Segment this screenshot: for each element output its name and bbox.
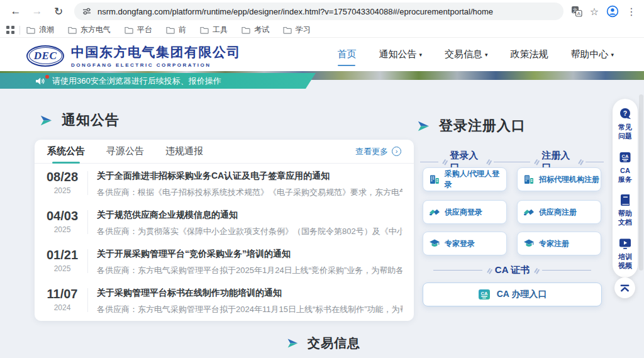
ca-apply-button[interactable]: CA CA 办理入口: [423, 282, 602, 306]
menu-icon[interactable]: ⋮: [626, 6, 636, 18]
divider: [442, 159, 446, 164]
news-row[interactable]: 11/07 2024 关于采购管理平台标书在线制作功能培训的通知 各供应商：东方…: [35, 281, 414, 320]
nav-help-center[interactable]: 帮助中心 ▾: [570, 48, 614, 60]
rail-item-faq[interactable]: ? 常见问题: [617, 107, 633, 141]
bookmark-folder[interactable]: 平台: [125, 25, 152, 35]
supplier-login-button[interactable]: 供应商登录: [423, 200, 507, 224]
tab-system-announcements[interactable]: 系统公告: [47, 140, 85, 164]
question-icon: ?: [618, 107, 632, 121]
page-scrollbar[interactable]: [639, 94, 643, 271]
apps-grid-icon[interactable]: [6, 26, 14, 34]
news-date: 01/21 2025: [42, 248, 82, 273]
news-date: 11/07 2024: [42, 287, 82, 312]
news-summary: 各供应商：根据《电子招标投标系统技术规范》《电子采购交易规范》要求，东方电气采购…: [97, 187, 402, 198]
bookmark-folder[interactable]: 工具: [200, 25, 228, 35]
rail-item-training-videos[interactable]: 培训视频: [617, 237, 633, 271]
bidding-agency-register-button[interactable]: 招标代理机构注册: [517, 167, 601, 191]
collapse-rail-button[interactable]: [614, 277, 635, 298]
nav-policies[interactable]: 政策法规: [510, 48, 548, 60]
divider: [578, 159, 582, 164]
book-icon: [618, 193, 632, 207]
ca-card-icon: CA: [618, 150, 632, 164]
nav-announcements[interactable]: 通知公告 ▾: [379, 48, 422, 60]
bookmark-folder[interactable]: 前: [166, 25, 186, 35]
dec-logo-oval: DEC: [26, 45, 64, 67]
bookmark-label: 前: [179, 25, 186, 35]
collapse-up-icon: [619, 282, 631, 294]
news-date-md: 11/07: [42, 287, 82, 301]
expert-register-button[interactable]: 专家注册: [517, 232, 601, 255]
browser-toolbar: ← → ↻ nsrm.dongfang.com/platform/runtime…: [0, 0, 644, 23]
quick-access-rail: ? 常见问题 CA CA服务 帮助文档 培训视频: [613, 99, 638, 277]
notice-new-dot: [45, 75, 49, 79]
news-date: 08/28 2025: [42, 170, 82, 195]
expert-login-button[interactable]: 专家登录: [423, 232, 507, 255]
bookmark-label: 浪潮: [39, 25, 54, 35]
svg-text:CA: CA: [622, 153, 629, 159]
graduation-cap-icon: [429, 238, 440, 249]
rail-item-ca-service[interactable]: CA CA服务: [617, 150, 633, 184]
news-date-md: 04/03: [42, 209, 82, 223]
divider: [19, 26, 20, 35]
graduation-cap-icon: [523, 238, 535, 249]
news-title[interactable]: 关于规范供应商企业规模信息的通知: [97, 210, 402, 221]
news-row[interactable]: 01/21 2025 关于开展采购管理平台“竞价采购业务”培训的通知 各供应商：…: [35, 242, 414, 281]
dec-logo-text: DEC: [34, 50, 57, 62]
nav-label: 帮助中心: [570, 48, 608, 60]
company-logo[interactable]: DEC 中国东方电气集团有限公司 DONGFANG ELECTRIC CORPO…: [26, 43, 241, 68]
bookmark-label: 东方电气: [80, 25, 111, 35]
reload-button[interactable]: ↻: [50, 3, 67, 20]
url-text[interactable]: nsrm.dongfang.com/platform/runtime/epp/d…: [97, 7, 493, 16]
news-row[interactable]: 08/28 2025 关于全面推进非招标采购业务CA认证及电子签章应用的通知 各…: [35, 164, 414, 203]
nav-label: 通知公告: [379, 48, 416, 60]
ca-badge-icon: CA: [478, 288, 491, 301]
profile-avatar[interactable]: [606, 5, 619, 18]
button-label: 供应商注册: [539, 207, 577, 218]
bookmark-folder[interactable]: 浪潮: [26, 25, 54, 35]
bookmark-folder[interactable]: 学习: [283, 25, 311, 35]
divider: [494, 162, 512, 162]
bookmark-star-icon[interactable]: ☆: [590, 6, 599, 18]
supplier-register-button[interactable]: 供应商注册: [517, 200, 601, 224]
back-button[interactable]: ←: [8, 3, 24, 20]
tab-violation-notices[interactable]: 违规通报: [165, 140, 203, 164]
company-name-en: DONGFANG ELECTRIC CORPORATION: [71, 62, 241, 68]
site-controls-icon[interactable]: [82, 6, 92, 16]
nav-trade-info[interactable]: 交易信息 ▾: [445, 48, 488, 60]
divider: [534, 268, 538, 273]
button-label: CA 办理入口: [497, 289, 547, 300]
button-label: 供应商登录: [445, 207, 482, 218]
button-label: 专家登录: [445, 238, 475, 249]
nav-home[interactable]: 首页: [337, 48, 356, 60]
bookmark-folder[interactable]: 东方电气: [68, 25, 111, 35]
bookmark-label: 工具: [213, 25, 228, 35]
translate-icon[interactable]: 文A: [571, 6, 582, 17]
news-title[interactable]: 关于开展采购管理平台“竞价采购业务”培训的通知: [97, 249, 402, 260]
view-more-link[interactable]: 查看更多 ›: [355, 146, 401, 157]
nav-label: 首页: [337, 48, 356, 60]
company-name-cn: 中国东方电气集团有限公司: [71, 43, 241, 61]
rail-item-help-docs[interactable]: 帮助文档: [617, 193, 633, 227]
announcements-section-header: 通知公告: [39, 111, 119, 130]
news-row[interactable]: 04/03 2025 关于规范供应商企业规模信息的通知 各供应商：为贯彻落实《保…: [35, 203, 414, 242]
news-title[interactable]: 关于采购管理平台标书在线制作功能培训的通知: [97, 288, 402, 299]
notice-text: 请使用360安全浏览器进行后续投标、报价操作: [52, 76, 221, 87]
bookmark-folder[interactable]: 考试: [242, 25, 269, 35]
tab-sourcing-announcements[interactable]: 寻源公告: [106, 140, 144, 164]
rail-item-label: 常见问题: [617, 123, 633, 141]
news-date-md: 01/21: [42, 248, 82, 262]
url-bar[interactable]: nsrm.dongfang.com/platform/runtime/epp/d…: [74, 3, 564, 20]
forward-button[interactable]: →: [29, 3, 45, 20]
purchaser-agent-login-button[interactable]: 采购人/代理人登录: [423, 167, 507, 191]
rail-item-label: CA服务: [617, 166, 633, 184]
rail-item-label: 培训视频: [617, 252, 633, 271]
divider: [87, 210, 88, 234]
svg-text:A: A: [577, 11, 580, 16]
news-summary: 各供应商：东方电气采购管理平台拟于2025年1月24日上线“竞价采购”业务，为帮…: [97, 265, 402, 276]
login-register-section-header: 登录注册入口: [416, 116, 526, 135]
news-title[interactable]: 关于全面推进非招标采购业务CA认证及电子签章应用的通知: [97, 171, 402, 182]
news-date-year: 2024: [42, 303, 82, 312]
button-label: 采购人/代理人登录: [445, 169, 506, 190]
announcements-tab-row: 系统公告 寻源公告 违规通报 查看更多 ›: [35, 140, 414, 164]
ca-certificate-group-label: CA 证书: [423, 264, 602, 276]
